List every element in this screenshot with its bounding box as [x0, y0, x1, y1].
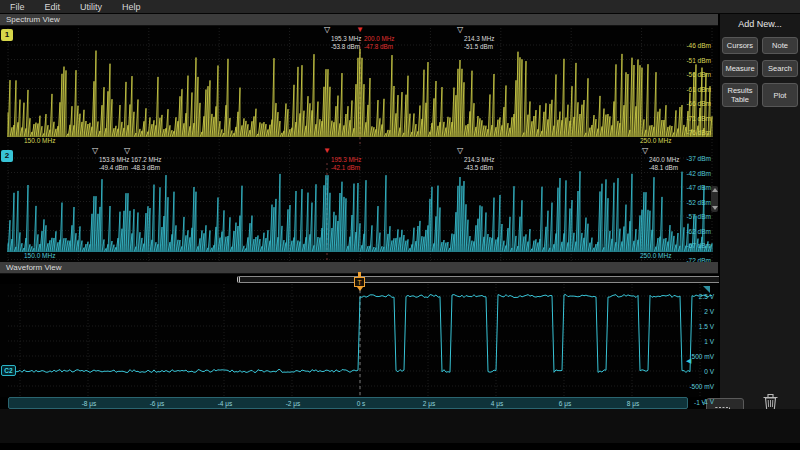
waveform-plot[interactable]: ◀C2 [0, 284, 718, 397]
marker-amp: -51.5 dBm [464, 43, 494, 51]
db-scale-label: -71 dBm [686, 114, 711, 121]
stop-freq-label: 250.0 MHz [640, 137, 671, 144]
db-scale-label: -62 dBm [686, 227, 711, 234]
marker-amp: -48.1 dBm [649, 164, 679, 172]
voltage-scale-label: -500 mV [689, 383, 714, 390]
db-scale-label: -42 dBm [686, 169, 711, 176]
marker-readout: 200.0 MHz-47.8 dBm [364, 35, 394, 51]
marker-amp: -49.4 dBm [99, 164, 129, 172]
add-new-results-table-button[interactable]: Results Table [722, 83, 758, 107]
peak-marker-icon[interactable]: ▽ [457, 147, 463, 155]
time-tick-label: -4 μs [218, 400, 233, 407]
add-new-note-button[interactable]: Note [762, 37, 798, 54]
time-tick-label: 4 μs [491, 400, 503, 407]
add-new-button-grid: CursorsNoteMeasureSearchResults TablePlo… [720, 37, 800, 107]
marker-readout: 214.3 MHz-43.5 dBm [464, 156, 494, 172]
reference-marker-icon[interactable]: ▼ [356, 26, 364, 34]
spectrum-ch2[interactable]: -37 dBm-42 dBm-47 dBm-52 dBm-57 dBm-62 d… [0, 147, 718, 262]
time-tick-label: -2 μs [286, 400, 301, 407]
db-scale-label: -46 dBm [686, 42, 711, 49]
marker-amp: -48.3 dBm [131, 164, 161, 172]
waveform-channel-badge[interactable]: C2 [1, 365, 16, 376]
db-scale-label: -56 dBm [686, 71, 711, 78]
voltage-scale-label: 2 V [704, 308, 714, 315]
marker-readout: 153.8 MHz-49.4 dBm [99, 156, 129, 172]
time-tick-label: 8 μs [627, 400, 639, 407]
trigger-flag-pointer-icon [357, 287, 363, 291]
add-new-plot-button[interactable]: Plot [762, 83, 798, 107]
spectrum-scroll-handle[interactable] [711, 186, 718, 212]
marker-freq: 167.2 MHz [131, 156, 161, 164]
menu-item-utility[interactable]: Utility [80, 2, 102, 12]
spectrum-channel-badge-2[interactable]: 2 [1, 150, 13, 162]
marker-freq: 214.3 MHz [464, 35, 494, 43]
menu-item-help[interactable]: Help [122, 2, 141, 12]
db-scale-label: -52 dBm [686, 198, 711, 205]
time-tick-label: -8 μs [82, 400, 97, 407]
voltage-scale-label: 1 V [704, 338, 714, 345]
add-new-panel: Add New... CursorsNoteMeasureSearchResul… [719, 14, 800, 409]
voltage-scale-label: 2.5 V [699, 293, 714, 300]
oscilloscope-screen: FileEditUtilityHelp Spectrum View -46 dB… [0, 0, 800, 450]
peak-marker-icon[interactable]: ▽ [642, 147, 648, 155]
db-scale-label: -76 dBm [686, 129, 711, 136]
peak-marker-icon[interactable]: ▽ [124, 147, 130, 155]
marker-freq: 200.0 MHz [364, 35, 394, 43]
scroll-up-icon [712, 188, 718, 192]
db-scale-label: -67 dBm [686, 242, 711, 249]
marker-amp: -47.8 dBm [364, 43, 394, 51]
marker-readout: 167.2 MHz-48.3 dBm [131, 156, 161, 172]
add-new-measure-button[interactable]: Measure [722, 60, 758, 77]
peak-marker-icon[interactable]: ▽ [457, 26, 463, 34]
marker-freq: 153.8 MHz [99, 156, 129, 164]
marker-readout: 214.3 MHz-51.5 dBm [464, 35, 494, 51]
voltage-scale-label: 0 V [704, 368, 714, 375]
db-scale-label: -37 dBm [686, 155, 711, 162]
peak-marker-icon[interactable]: ▽ [324, 26, 330, 34]
db-scale-label: -51 dBm [686, 56, 711, 63]
reference-marker-icon[interactable]: ▼ [323, 147, 331, 155]
marker-readout: 195.3 MHz-42.1 dBm [331, 156, 361, 172]
marker-readout: 240.0 MHz-48.1 dBm [649, 156, 679, 172]
marker-readout: 195.3 MHz-53.8 dBm [331, 35, 361, 51]
time-tick-label: 2 μs [423, 400, 435, 407]
pan-zoom-scrollbar[interactable] [237, 276, 742, 283]
db-scale-label: -47 dBm [686, 184, 711, 191]
marker-freq: 240.0 MHz [649, 156, 679, 164]
peak-marker-icon[interactable]: ▽ [92, 147, 98, 155]
add-new-search-button[interactable]: Search [762, 60, 798, 77]
menu-item-edit[interactable]: Edit [45, 2, 61, 12]
time-tick-label: 6 μs [559, 400, 571, 407]
time-tick-label: 0 s [357, 400, 366, 407]
voltage-scale-label: 500 mV [692, 353, 714, 360]
bottom-settings-bar: Ch 1 100 mV/div 5 dBm/div 1.5 GHz Ch 2 5… [0, 409, 800, 443]
voltage-scale-label: -1 V [702, 398, 714, 405]
stop-freq-label: 250.0 MHz [640, 252, 671, 259]
db-scale-label: -66 dBm [686, 100, 711, 107]
marker-freq: 195.3 MHz [331, 156, 361, 164]
menu-item-file[interactable]: File [10, 2, 25, 12]
db-scale-label: -61 dBm [686, 85, 711, 92]
start-freq-label: 150.0 MHz [24, 252, 55, 259]
add-new-cursors-button[interactable]: Cursors [722, 37, 758, 54]
trigger-level-arrow-icon[interactable]: ◀ [686, 357, 691, 364]
spectrum-view-header: Spectrum View [0, 14, 718, 26]
trigger-position-flag[interactable]: T [354, 277, 365, 287]
marker-amp: -43.5 dBm [464, 164, 494, 172]
marker-freq: 214.3 MHz [464, 156, 494, 164]
time-axis: -8 μs-6 μs-4 μs-2 μs0 s2 μs4 μs6 μs8 μs [8, 397, 688, 409]
marker-freq: 195.3 MHz [331, 35, 361, 43]
marker-amp: -53.8 dBm [331, 43, 361, 51]
marker-amp: -42.1 dBm [331, 164, 361, 172]
menu-bar: FileEditUtilityHelp [0, 0, 800, 14]
db-scale-label: -57 dBm [686, 213, 711, 220]
add-new-title: Add New... [720, 19, 800, 29]
spectrum-channel-badge-1[interactable]: 1 [1, 29, 13, 41]
start-freq-label: 150.0 MHz [24, 137, 55, 144]
voltage-scale-label: 1.5 V [699, 323, 714, 330]
spectrum-ch1[interactable]: -46 dBm-51 dBm-56 dBm-61 dBm-66 dBm-71 d… [0, 26, 718, 147]
scroll-down-icon [712, 206, 718, 210]
time-tick-label: -6 μs [150, 400, 165, 407]
